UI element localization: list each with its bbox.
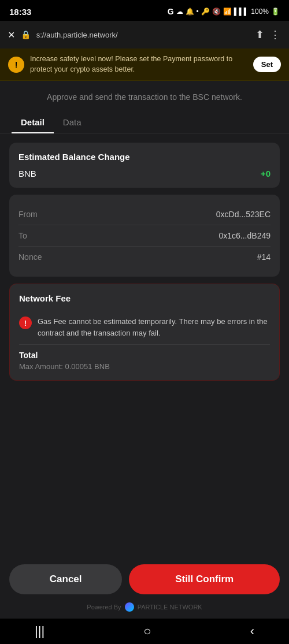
battery-level: 100% — [251, 8, 269, 16]
total-label: Total — [19, 351, 270, 360]
tab-data[interactable]: Data — [54, 111, 91, 133]
tab-detail[interactable]: Detail — [12, 111, 54, 133]
nonce-label: Nonce — [18, 252, 42, 262]
tabs: Detail Data — [0, 111, 289, 133]
token-label: BNB — [18, 169, 36, 178]
status-time: 18:33 — [9, 7, 31, 17]
network-icon: G — [168, 7, 174, 16]
status-bar: 18:33 G ☁ 🔔 • 🔑 🔇 📶 ▌▌▌ 100% 🔋 — [0, 0, 289, 21]
particle-logo-icon — [125, 602, 134, 612]
separator-dot: • — [197, 8, 199, 16]
balance-value: +0 — [261, 169, 271, 178]
wifi-icon: 📶 — [223, 8, 232, 16]
close-button[interactable]: × — [8, 28, 15, 42]
lock-icon: 🔒 — [21, 30, 31, 39]
powered-by-label: Powered By — [87, 604, 121, 611]
key-icon: 🔑 — [201, 8, 210, 16]
to-value: 0x1c6...dB249 — [218, 231, 271, 240]
signal-icon: ▌▌▌ — [234, 8, 249, 16]
nav-back-icon[interactable]: ‹ — [250, 624, 254, 639]
set-password-button[interactable]: Set — [253, 57, 281, 72]
share-icon[interactable]: ⬆ — [255, 28, 264, 41]
warning-banner: ! Increase safety level now! Please set … — [0, 49, 289, 81]
from-label: From — [18, 210, 38, 219]
warning-text: Increase safety level now! Please set th… — [30, 54, 247, 75]
still-confirm-button[interactable]: Still Confirm — [129, 564, 280, 594]
network-fee-card: Network Fee ! Gas Fee cannot be estimate… — [9, 284, 280, 381]
page-subtitle: Approve and send the transaction to the … — [0, 81, 289, 111]
nonce-value: #14 — [257, 252, 271, 262]
transaction-details-card: From 0xcDd...523EC To 0x1c6...dB249 Nonc… — [9, 195, 280, 277]
powered-by-footer: Powered By PARTICLE NETWORK — [0, 599, 289, 619]
error-row: ! Gas Fee cannot be estimated temporaril… — [19, 310, 270, 345]
estimated-balance-title: Estimated Balance Change — [18, 152, 271, 162]
cloud-icon: ☁ — [176, 8, 183, 16]
brand-name: PARTICLE NETWORK — [138, 604, 202, 611]
to-row: To 0x1c6...dB249 — [18, 225, 271, 247]
estimated-balance-card: Estimated Balance Change BNB +0 — [9, 143, 280, 188]
main-content: Approve and send the transaction to the … — [0, 81, 289, 555]
nav-bar: ||| ○ ‹ — [0, 619, 289, 644]
from-value: 0xcDd...523EC — [216, 210, 271, 219]
notification-icon: 🔔 — [186, 8, 194, 16]
mute-icon: 🔇 — [212, 8, 221, 16]
warning-icon: ! — [8, 57, 24, 73]
network-fee-title: Network Fee — [19, 293, 270, 303]
error-text: Gas Fee cannot be estimated temporarily.… — [38, 316, 270, 338]
bottom-actions: Cancel Still Confirm — [0, 555, 289, 599]
browser-bar: × 🔒 s://auth.particle.network/ ⬆ ⋮ — [0, 21, 289, 49]
battery-icon: 🔋 — [271, 8, 280, 16]
from-row: From 0xcDd...523EC — [18, 204, 271, 225]
total-value: Max Amount: 0.00051 BNB — [19, 362, 270, 371]
cancel-button[interactable]: Cancel — [9, 564, 122, 594]
browser-url: s://auth.particle.network/ — [36, 31, 250, 39]
error-icon: ! — [19, 317, 32, 329]
status-icons: G ☁ 🔔 • 🔑 🔇 📶 ▌▌▌ 100% 🔋 — [168, 7, 280, 16]
nonce-row: Nonce #14 — [18, 247, 271, 267]
to-label: To — [18, 231, 27, 240]
balance-row: BNB +0 — [18, 169, 271, 178]
nav-home-icon[interactable]: ○ — [143, 624, 151, 639]
nav-menu-icon[interactable]: ||| — [35, 624, 45, 639]
menu-icon[interactable]: ⋮ — [270, 28, 281, 41]
